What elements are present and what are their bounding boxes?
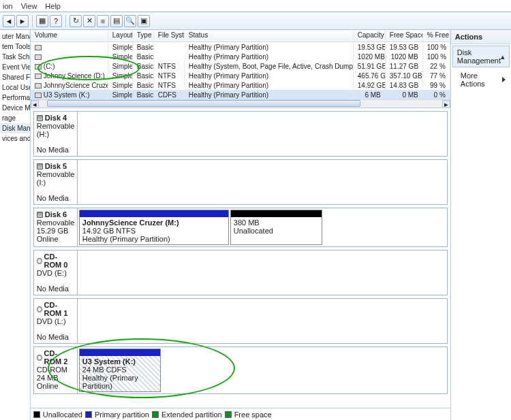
tree-item[interactable]: Performance: [0, 93, 30, 103]
volume-row[interactable]: Johnny Science (D:)SimpleBasicNTFSHealth…: [31, 71, 450, 80]
cd-icon: [37, 306, 42, 312]
disk-icon: [37, 163, 43, 169]
toolbar: ◄ ► ▦ ? ↻ ✕ ≡ ▤ 🔍 ▣: [0, 12, 511, 30]
list-icon[interactable]: ≡: [97, 15, 109, 27]
col-status[interactable]: Status: [185, 30, 354, 42]
tree-item[interactable]: tem Tools: [0, 42, 30, 52]
partition-johnnyscience[interactable]: JohnnyScience Cruzer (M:) 14.92 GB NTFS …: [79, 210, 229, 245]
legend-free-icon: [225, 411, 232, 418]
disk-label: Disk 5 Removable (I:) No Media: [34, 160, 78, 204]
disk-label: Disk 4 Removable (H:) No Media: [34, 112, 78, 156]
tree-item[interactable]: uter Management (Local: [0, 31, 30, 42]
partition-unallocated[interactable]: 380 MB Unallocated: [230, 210, 322, 245]
legend-label: Unallocated: [43, 410, 82, 419]
disk-label: Disk 6 Removable 15.29 GB Online: [34, 208, 78, 246]
disk-label: CD-ROM 2 CD-ROM 24 MB Online: [34, 347, 78, 393]
menu-bar: ion View Help: [0, 0, 511, 12]
volume-row[interactable]: JohnnyScience Cruzer (M:)SimpleBasicNTFS…: [31, 80, 450, 90]
menu-ion[interactable]: ion: [3, 2, 13, 10]
scroll-right-icon[interactable]: ▸: [442, 100, 450, 108]
menu-help[interactable]: Help: [45, 2, 61, 10]
volume-row[interactable]: (C:)SimpleBasicNTFSHealthy (System, Boot…: [31, 61, 450, 71]
col-capacity[interactable]: Capacity: [354, 30, 386, 42]
tree-item[interactable]: Task Scheduler: [0, 52, 30, 62]
legend-label: Extended partition: [161, 410, 222, 419]
properties-icon[interactable]: ▦: [36, 15, 48, 27]
cd-icon: [37, 258, 42, 264]
col-type[interactable]: Type: [133, 30, 154, 42]
scroll-thumb[interactable]: [47, 100, 360, 107]
settings-icon[interactable]: ▤: [110, 15, 123, 27]
action-icon[interactable]: ▣: [138, 15, 150, 27]
actions-pane: Actions Disk Management ▴ More Actions: [451, 30, 511, 420]
cdrom-2[interactable]: CD-ROM 2 CD-ROM 24 MB Online U3 System (…: [33, 346, 448, 394]
volume-row[interactable]: SimpleBasicHealthy (Primary Partition)19…: [31, 42, 450, 52]
legend-label: Primary partition: [95, 410, 149, 419]
col-freespace[interactable]: Free Space: [386, 30, 423, 42]
disk-5[interactable]: Disk 5 Removable (I:) No Media: [33, 159, 448, 205]
volume-header: Volume Layout Type File System Status Ca…: [31, 30, 450, 42]
help-icon[interactable]: ?: [50, 15, 62, 27]
disk-6[interactable]: Disk 6 Removable 15.29 GB Online JohnnyS…: [33, 208, 448, 247]
disk-label: CD-ROM 0 DVD (E:) No Media: [34, 251, 78, 295]
tree-item-disk-management[interactable]: Disk Management: [0, 123, 30, 133]
partition-u3system[interactable]: U3 System (K:) 24 MB CDFS Healthy (Prima…: [79, 349, 161, 392]
legend: Unallocated Primary partition Extended p…: [31, 408, 450, 420]
nav-tree: uter Management (Local tem Tools Task Sc…: [0, 30, 31, 420]
actions-section[interactable]: Disk Management ▴: [452, 46, 510, 67]
tree-item[interactable]: rage: [0, 113, 30, 123]
col-filesystem[interactable]: File System: [154, 30, 185, 42]
col-volume[interactable]: Volume: [31, 30, 108, 42]
chevron-right-icon: [502, 77, 506, 82]
legend-label: Free space: [234, 410, 272, 419]
horizontal-scrollbar[interactable]: ◂ ▸: [31, 99, 450, 108]
disk-icon: [37, 212, 43, 218]
actions-header: Actions: [451, 30, 511, 44]
disk-label: CD-ROM 1 DVD (L:) No Media: [34, 299, 78, 343]
volume-list: Volume Layout Type File System Status Ca…: [31, 30, 450, 108]
tree-item[interactable]: Event Viewer: [0, 62, 30, 72]
center-pane: Volume Layout Type File System Status Ca…: [31, 30, 451, 420]
tree-item[interactable]: Device Manager: [0, 103, 30, 113]
scroll-left-icon[interactable]: ◂: [31, 100, 39, 108]
tree-item[interactable]: Local Users and Groups: [0, 82, 30, 93]
col-layout[interactable]: Layout: [108, 30, 133, 42]
legend-extended-icon: [152, 411, 159, 418]
col-pctfree[interactable]: % Free: [423, 30, 450, 42]
volume-row[interactable]: U3 System (K:)SimpleBasicCDFSHealthy (Pr…: [31, 90, 450, 99]
volume-row[interactable]: SimpleBasicHealthy (Primary Partition)10…: [31, 52, 450, 61]
legend-primary-icon: [85, 411, 92, 418]
legend-unallocated-icon: [33, 411, 40, 418]
tree-item[interactable]: vices and Applications: [0, 133, 30, 144]
more-actions[interactable]: More Actions: [451, 69, 511, 91]
search-icon[interactable]: 🔍: [124, 15, 136, 27]
cdrom-0[interactable]: CD-ROM 0 DVD (E:) No Media: [33, 250, 448, 295]
cdrom-1[interactable]: CD-ROM 1 DVD (L:) No Media: [33, 298, 448, 344]
back-icon[interactable]: ◄: [3, 15, 15, 27]
disk-4[interactable]: Disk 4 Removable (H:) No Media: [33, 111, 448, 157]
close-icon[interactable]: ✕: [83, 15, 95, 27]
menu-view[interactable]: View: [21, 2, 37, 10]
forward-icon[interactable]: ►: [16, 15, 29, 27]
disk-icon: [37, 115, 43, 121]
tree-item[interactable]: Shared Folders: [0, 72, 30, 82]
disk-map: Disk 4 Removable (H:) No Media Disk 5 Re…: [31, 108, 450, 408]
refresh-icon[interactable]: ↻: [69, 15, 82, 27]
cd-icon: [37, 355, 42, 361]
